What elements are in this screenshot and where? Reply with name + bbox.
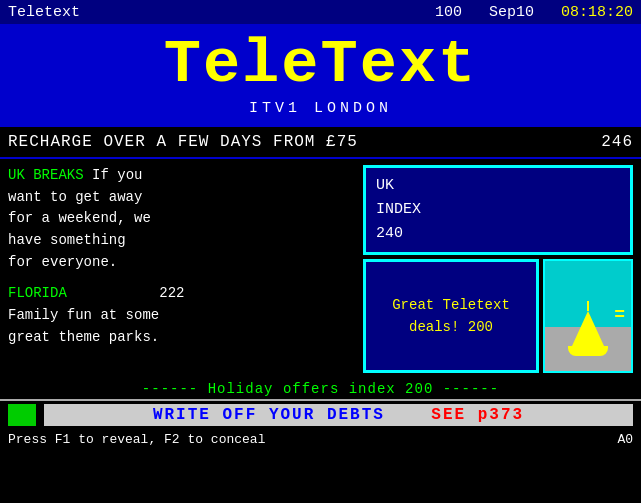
content-area: UK BREAKS If youwant to get awayfor a we… bbox=[0, 159, 641, 379]
status-time: 08:18:20 bbox=[561, 4, 633, 21]
sailboat-image: = bbox=[543, 259, 633, 373]
dashes-bar: ------ Holiday offers index 200 ------ bbox=[0, 379, 641, 399]
main-title: TeleText bbox=[0, 34, 641, 96]
section1: UK BREAKS If youwant to get awayfor a we… bbox=[8, 165, 355, 273]
section2: FLORIDA 222 Family fun at somegreat them… bbox=[8, 283, 355, 348]
left-content: UK BREAKS If youwant to get awayfor a we… bbox=[8, 165, 355, 373]
promo-page-num: 246 bbox=[601, 133, 633, 151]
deals-box: Great Teletextdeals! 200 bbox=[363, 259, 539, 373]
section2-title: FLORIDA bbox=[8, 285, 67, 301]
mast bbox=[587, 301, 589, 311]
deals-text: Great Teletextdeals! 200 bbox=[392, 294, 510, 339]
ticker-text: WRITE OFF YOUR DEBTS SEE p373 bbox=[44, 404, 633, 426]
section1-title: UK BREAKS bbox=[8, 167, 84, 183]
footer-bar: Press F1 to reveal, F2 to conceal A0 bbox=[0, 429, 641, 450]
status-date: Sep10 bbox=[489, 4, 534, 21]
equals-icon: = bbox=[614, 305, 625, 325]
footer-right: A0 bbox=[617, 432, 633, 447]
main-header: TeleText ITV1 LONDON bbox=[0, 24, 641, 125]
uk-line2: INDEX bbox=[376, 198, 620, 222]
boat bbox=[568, 301, 608, 356]
sea-area bbox=[545, 327, 631, 371]
status-page: 100 bbox=[435, 4, 462, 21]
sub-title: ITV1 LONDON bbox=[0, 100, 641, 121]
promo-bar: RECHARGE OVER A FEW DAYS FROM £75 246 bbox=[0, 125, 641, 159]
promo-text: RECHARGE OVER A FEW DAYS FROM £75 bbox=[8, 133, 601, 151]
ticker-bar: WRITE OFF YOUR DEBTS SEE p373 bbox=[0, 399, 641, 429]
sail bbox=[572, 311, 604, 346]
status-page-date: 100 Sep10 08:18:20 bbox=[435, 4, 633, 21]
footer-left: Press F1 to reveal, F2 to conceal bbox=[8, 432, 265, 447]
uk-line3: 240 bbox=[376, 222, 620, 246]
section2-page bbox=[67, 285, 159, 301]
section2-num: 222 bbox=[159, 285, 184, 301]
ticker-main-text: WRITE OFF YOUR DEBTS bbox=[153, 406, 385, 424]
right-panel: UK INDEX 240 Great Teletextdeals! 200 = bbox=[363, 165, 633, 373]
ticker-see-text: SEE p373 bbox=[431, 406, 524, 424]
uk-index-box: UK INDEX 240 bbox=[363, 165, 633, 255]
section2-body: Family fun at somegreat theme parks. bbox=[8, 307, 159, 345]
uk-line1: UK bbox=[376, 174, 620, 198]
dashes-text: ------ Holiday offers index 200 ------ bbox=[142, 381, 499, 397]
deals-image-row: Great Teletextdeals! 200 = bbox=[363, 259, 633, 373]
status-bar: Teletext 100 Sep10 08:18:20 bbox=[0, 0, 641, 24]
green-block bbox=[8, 404, 36, 426]
status-title: Teletext bbox=[8, 4, 80, 21]
hull bbox=[568, 346, 608, 356]
